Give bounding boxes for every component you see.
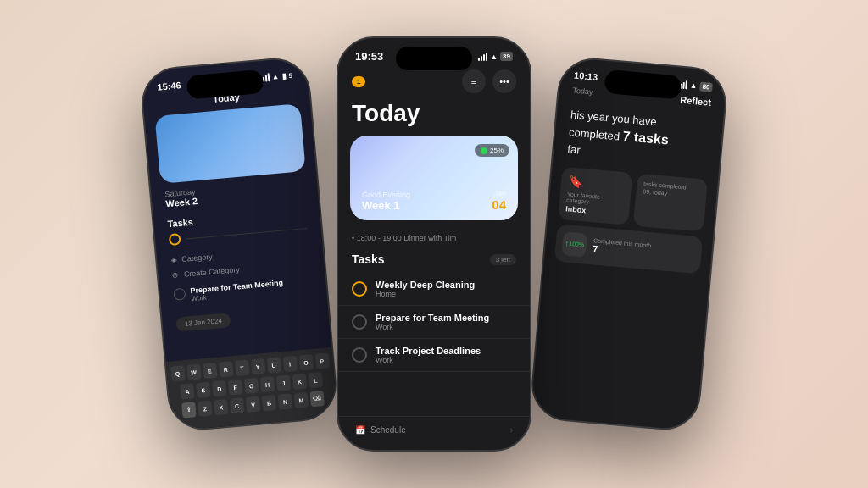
key-a[interactable]: A xyxy=(180,383,195,399)
evening-label: Good Evening xyxy=(362,191,410,199)
task-cat-center-2: Work xyxy=(376,323,489,331)
key-p[interactable]: P xyxy=(314,352,330,369)
task-check-center-2 xyxy=(352,314,367,330)
today-label-right: Today xyxy=(572,86,593,97)
key-f[interactable]: F xyxy=(228,379,243,395)
key-q[interactable]: Q xyxy=(170,365,186,381)
reflect-title-right: Reflect xyxy=(680,95,712,108)
keyboard-left: Q W E R T Y U I O P A S D F G H xyxy=(166,347,337,431)
arrow-up-icon: ↑ 100% xyxy=(562,231,587,257)
notif-badge-center[interactable]: 1 xyxy=(352,76,365,87)
key-t[interactable]: T xyxy=(235,360,250,376)
day-num: 04 xyxy=(492,197,506,212)
phone-right-inner: 10:13 ▲ 80 Today Reflect his year you ha… xyxy=(531,57,727,430)
bottom-card-right: ↑ 100% Completed this month 7 xyxy=(554,224,703,274)
key-d[interactable]: D xyxy=(212,380,227,396)
key-r[interactable]: R xyxy=(219,361,234,377)
tasks-title-center: Tasks xyxy=(352,252,385,266)
wifi-icon-center: ▲ xyxy=(490,53,498,61)
hero-card-footer: Good Evening Week 1 Jan 04 xyxy=(362,189,506,212)
tasks-header-center: Tasks 3 left xyxy=(338,249,530,273)
key-c[interactable]: C xyxy=(230,397,245,413)
phone-right: 10:13 ▲ 80 Today Reflect his year you ha… xyxy=(529,55,730,433)
phone-center-inner: 19:53 ▲ 39 1 ≡ ••• Today 25% xyxy=(338,38,530,450)
page-title-center: Today xyxy=(338,100,530,136)
key-w[interactable]: W xyxy=(186,364,202,380)
grid-card-tasks: tasks completed 09, today xyxy=(633,173,708,231)
key-l[interactable]: L xyxy=(309,372,324,388)
tasks-section-left: Tasks ◈ Category ⊕ Create Category Prepa… xyxy=(153,202,327,314)
key-u[interactable]: U xyxy=(266,357,281,373)
task-name-center-1: Weekly Deep Cleaning xyxy=(376,280,475,290)
tasks-left-badge: 3 left xyxy=(490,254,516,265)
schedule-line-center: • 18:00 - 19:00 Dinner with Tim xyxy=(338,230,530,249)
key-j[interactable]: J xyxy=(276,374,292,391)
key-h[interactable]: H xyxy=(260,376,275,392)
time-left: 15:46 xyxy=(157,80,181,92)
task-cat-center-1: Home xyxy=(376,290,475,298)
wifi-icon-right: ▲ xyxy=(689,81,698,91)
task-item-center-2[interactable]: Prepare for Team Meeting Work xyxy=(338,306,530,339)
dynamic-island-center xyxy=(396,47,472,70)
task-item-center-3[interactable]: Track Project Deadlines Work xyxy=(338,339,530,372)
status-icons-left: ▲ ▮ 5 xyxy=(259,71,292,82)
key-z[interactable]: Z xyxy=(198,401,213,417)
hero-week-label: Week 1 xyxy=(362,199,410,212)
task-circle-left xyxy=(169,233,181,246)
key-i[interactable]: I xyxy=(282,356,298,372)
task-check-center-1 xyxy=(352,281,367,297)
plus-icon: ⊕ xyxy=(171,270,179,280)
input-line-left xyxy=(186,227,308,239)
action-icons-center: ≡ ••• xyxy=(462,69,516,93)
key-delete[interactable]: ⌫ xyxy=(310,391,326,407)
battery-right: 80 xyxy=(699,81,713,92)
hero-card-center: 25% Good Evening Week 1 Jan 04 xyxy=(350,136,518,220)
key-g[interactable]: G xyxy=(244,378,259,394)
bottom-bar-center: 📅 Schedule › xyxy=(338,416,530,450)
menu-button-center[interactable]: ≡ xyxy=(462,69,486,93)
task-name-center-2: Prepare for Team Meeting xyxy=(376,313,489,323)
phones-container: 15:46 ▲ ▮ 5 Today Saturday Week 2 Tasks xyxy=(0,0,868,488)
key-o[interactable]: O xyxy=(298,354,314,370)
status-icons-right: ▲ 80 xyxy=(677,80,713,92)
task-name-center-3: Track Project Deadlines xyxy=(376,346,481,356)
wifi-icon-left: ▲ xyxy=(271,72,280,81)
task-check-left-1 xyxy=(173,288,186,301)
calendar-icon-center: 📅 xyxy=(355,425,365,435)
bookmark-icon: 🔖 xyxy=(568,174,626,192)
battery-center: 39 xyxy=(500,52,513,61)
date-badge-left: 13 Jan 2024 xyxy=(175,313,231,332)
grid-card-bookmark: 🔖 Your favorite category Inbox xyxy=(558,167,632,225)
time-right: 10:13 xyxy=(574,70,598,82)
hero-date-badge: Jan 04 xyxy=(492,189,506,212)
key-s[interactable]: S xyxy=(196,382,211,398)
progress-badge-center: 25% xyxy=(475,144,509,157)
task-cat-center-3: Work xyxy=(376,356,481,364)
hero-count-right: 7 tasks xyxy=(622,129,670,147)
status-icons-center: ▲ 39 xyxy=(478,52,513,61)
chevron-right-center: › xyxy=(510,425,513,435)
battery-icon-left: ▮ xyxy=(281,71,287,80)
key-shift[interactable]: ⇧ xyxy=(181,402,197,418)
key-k[interactable]: K xyxy=(292,374,308,390)
key-m[interactable]: M xyxy=(294,392,309,408)
hero-image-left xyxy=(154,103,305,184)
schedule-link-center[interactable]: 📅 Schedule xyxy=(355,425,406,435)
time-center: 19:53 xyxy=(355,50,383,63)
top-bar-center: 1 ≡ ••• xyxy=(338,66,530,100)
task-item-center-1[interactable]: Weekly Deep Cleaning Home xyxy=(338,273,530,306)
key-y[interactable]: Y xyxy=(250,358,265,374)
key-n[interactable]: N xyxy=(278,393,293,409)
key-b[interactable]: B xyxy=(262,395,277,411)
phone-left-inner: 15:46 ▲ ▮ 5 Today Saturday Week 2 Tasks xyxy=(141,57,337,430)
key-e[interactable]: E xyxy=(203,363,218,379)
phone-center: 19:53 ▲ 39 1 ≡ ••• Today 25% xyxy=(337,36,531,452)
more-button-center[interactable]: ••• xyxy=(492,69,516,93)
task-check-center-3 xyxy=(352,347,367,363)
check-circle-progress xyxy=(481,147,487,154)
key-v[interactable]: V xyxy=(246,396,261,413)
key-x[interactable]: X xyxy=(214,399,229,415)
phone-left: 15:46 ▲ ▮ 5 Today Saturday Week 2 Tasks xyxy=(139,55,340,433)
layers-icon: ◈ xyxy=(170,256,177,265)
month-label: Jan xyxy=(492,189,506,197)
